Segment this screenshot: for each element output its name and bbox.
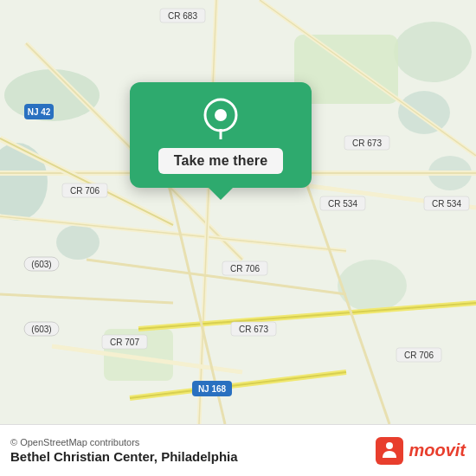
svg-text:CR 673: CR 673 xyxy=(239,325,268,334)
location-pin-icon xyxy=(200,98,241,139)
svg-text:CR 683: CR 683 xyxy=(168,11,197,21)
svg-point-59 xyxy=(215,109,227,121)
location-popup[interactable]: Take me there xyxy=(130,82,312,188)
svg-text:(603): (603) xyxy=(31,325,51,334)
svg-point-5 xyxy=(398,91,450,134)
svg-point-3 xyxy=(56,225,100,260)
location-info: © OpenStreetMap contributors Bethel Chri… xyxy=(10,437,238,464)
svg-text:CR 706: CR 706 xyxy=(230,264,260,273)
svg-text:NJ 42: NJ 42 xyxy=(28,107,51,117)
moovit-brand-icon xyxy=(376,437,403,465)
bottom-bar: © OpenStreetMap contributors Bethel Chri… xyxy=(0,424,476,476)
svg-text:CR 673: CR 673 xyxy=(352,138,382,148)
svg-point-4 xyxy=(394,22,472,82)
map-view: CR 683 NJ 42 CR 706 CR 673 CR 534 CR 534… xyxy=(0,0,476,424)
svg-text:NJ 168: NJ 168 xyxy=(198,384,227,394)
svg-text:(603): (603) xyxy=(31,260,51,269)
svg-text:CR 534: CR 534 xyxy=(328,199,357,209)
moovit-brand-text: moovit xyxy=(408,441,466,460)
svg-text:CR 707: CR 707 xyxy=(110,338,139,347)
attribution-text: © OpenStreetMap contributors xyxy=(10,437,238,447)
take-me-there-button[interactable]: Take me there xyxy=(158,148,284,174)
svg-text:CR 534: CR 534 xyxy=(432,199,461,209)
svg-text:CR 706: CR 706 xyxy=(404,351,434,360)
svg-point-61 xyxy=(386,442,393,449)
location-name: Bethel Christian Center, Philadelphia xyxy=(10,449,238,464)
moovit-logo: moovit xyxy=(376,437,466,465)
svg-text:CR 706: CR 706 xyxy=(70,186,100,196)
